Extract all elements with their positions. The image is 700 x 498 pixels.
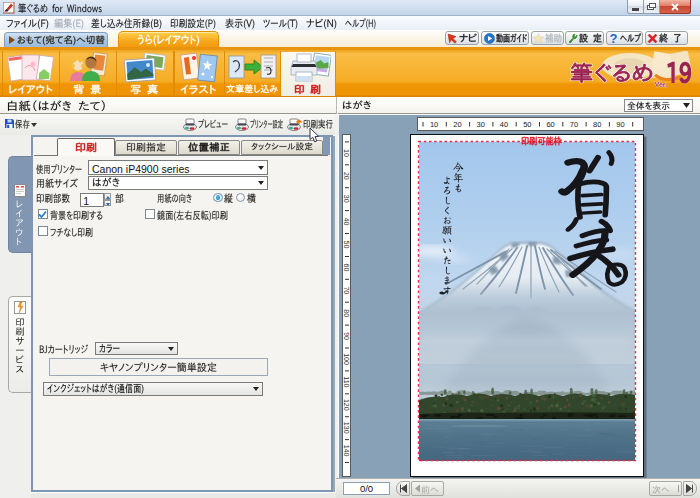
svg-text:70: 70 [569,120,577,129]
svg-text:50: 50 [343,241,350,249]
svg-text:60: 60 [546,120,554,129]
svg-text:80: 80 [343,309,350,317]
svg-text:20: 20 [343,172,350,180]
svg-text:90: 90 [616,120,624,129]
svg-text:40: 40 [343,218,350,226]
svg-text:30: 30 [343,195,350,203]
svg-text:30: 30 [476,120,484,129]
svg-text:80: 80 [593,120,601,129]
svg-text:?: ? [610,33,618,44]
svg-text:100: 100 [343,353,350,365]
svg-text:50: 50 [523,120,531,129]
svg-text:120: 120 [343,399,350,411]
svg-text:70: 70 [343,286,350,294]
svg-text:60: 60 [343,264,350,272]
svg-text:130: 130 [343,422,350,434]
svg-text:90: 90 [343,332,350,340]
svg-text:140: 140 [343,445,350,457]
svg-text:110: 110 [343,376,350,387]
svg-text:10: 10 [343,149,350,157]
svg-text:10: 10 [429,120,437,129]
svg-text:20: 20 [453,120,461,129]
svg-text:40: 40 [499,120,507,129]
